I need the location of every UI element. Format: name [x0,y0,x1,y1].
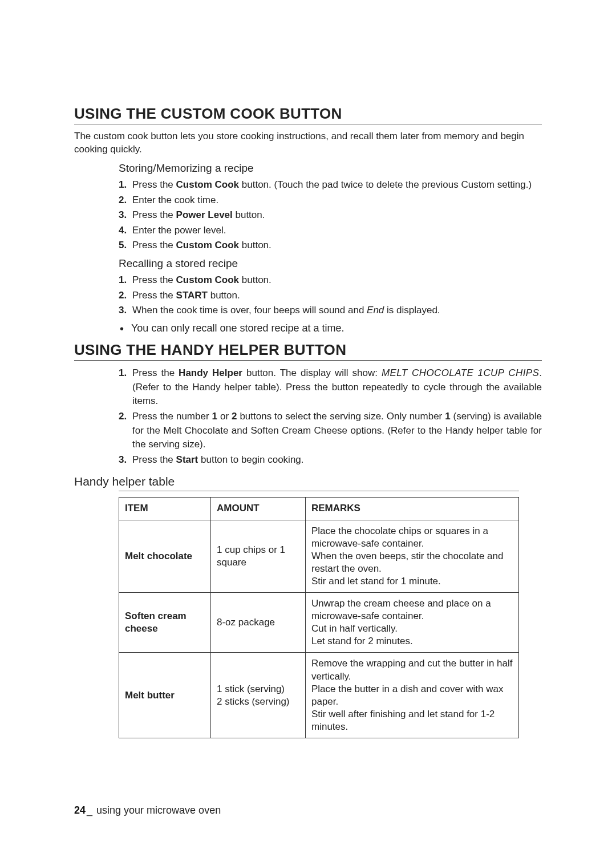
steps-recalling: 1.Press the Custom Cook button. 2.Press … [119,273,542,318]
subheading-handy-table: Handy helper table [74,475,542,488]
table-header-item: ITEM [119,498,211,520]
cell-amount: 1 cup chips or 1 square [211,520,306,592]
divider [119,491,519,491]
list-item: 1.Press the Custom Cook button. [119,273,542,288]
steps-handy-helper: 1.Press the Handy Helper button. The dis… [119,366,542,467]
cell-remarks: Place the chocolate chips or squares in … [306,520,519,592]
cell-amount: 8-oz package [211,593,306,653]
handy-helper-table: ITEM AMOUNT REMARKS Melt chocolate 1 cup… [119,497,519,738]
list-item: You can only recall one stored recipe at… [119,322,542,334]
list-item: 1.Press the Custom Cook button. (Touch t… [119,178,542,192]
table-header-remarks: REMARKS [306,498,519,520]
footer-text: using your microwave oven [94,805,221,816]
table-header-amount: AMOUNT [211,498,306,520]
table-header-row: ITEM AMOUNT REMARKS [119,498,519,520]
cell-amount: 1 stick (serving)2 sticks (serving) [211,653,306,738]
list-item: 2.Enter the cook time. [119,193,542,208]
list-item: 3.Press the Power Level button. [119,208,542,223]
list-item: 4.Enter the power level. [119,224,542,238]
divider [74,124,542,124]
table-row: Soften cream cheese 8-oz package Unwrap … [119,593,519,653]
list-item: 5.Press the Custom Cook button. [119,238,542,253]
list-item: 3.When the cook time is over, four beeps… [119,304,542,318]
section-heading-custom-cook: USING THE CUSTOM COOK BUTTON [74,105,542,123]
list-item: 2.Press the START button. [119,289,542,303]
cell-item: Soften cream cheese [119,593,211,653]
list-item: 3.Press the Start button to begin cookin… [119,453,542,467]
intro-paragraph: The custom cook button lets you store co… [74,130,542,156]
table-row: Melt chocolate 1 cup chips or 1 square P… [119,520,519,592]
list-item: 2.Press the number 1 or 2 buttons to sel… [119,410,542,452]
subheading-storing: Storing/Memorizing a recipe [119,162,542,175]
steps-storing: 1.Press the Custom Cook button. (Touch t… [119,178,542,253]
subheading-recalling: Recalling a stored recipe [119,257,542,270]
divider [74,360,542,361]
list-item: 1.Press the Handy Helper button. The dis… [119,366,542,409]
page-content: USING THE CUSTOM COOK BUTTON The custom … [0,0,616,738]
cell-remarks: Unwrap the cream cheese and place on a m… [306,593,519,653]
page-number: 24 [74,805,86,816]
footer-underscore: _ [87,805,92,816]
page-footer: 24_ using your microwave oven [74,805,221,816]
cell-item: Melt butter [119,653,211,738]
section-heading-handy-helper: USING THE HANDY HELPER BUTTON [74,341,542,359]
cell-remarks: Remove the wrapping and cut the butter i… [306,653,519,738]
cell-item: Melt chocolate [119,520,211,592]
note-bullet: You can only recall one stored recipe at… [119,322,542,334]
table-row: Melt butter 1 stick (serving)2 sticks (s… [119,653,519,738]
